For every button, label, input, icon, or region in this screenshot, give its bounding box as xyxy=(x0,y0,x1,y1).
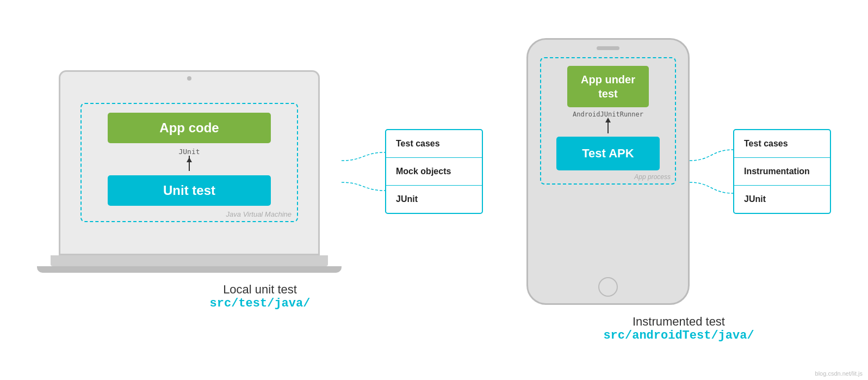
phone-outer-dashed: App undertest AndroidJUnitRunner Test AP… xyxy=(540,57,676,185)
right-info-box: Test cases Instrumentation JUnit xyxy=(733,129,831,214)
phone: App undertest AndroidJUnitRunner Test AP… xyxy=(526,38,690,305)
laptop-screen: App code JUnit Unit test xyxy=(59,70,320,255)
outer-dashed-box: App code JUnit Unit test xyxy=(80,103,298,222)
right-section: App undertest AndroidJUnitRunner Test AP… xyxy=(526,38,831,342)
info-row-junit-left: JUnit xyxy=(386,186,482,213)
left-caption: Local unit test src/test/java/ xyxy=(210,283,311,310)
left-info-box: Test cases Mock objects JUnit xyxy=(385,129,483,214)
junit-arrow: JUnit xyxy=(178,148,200,171)
info-row-test-cases-left: Test cases xyxy=(386,130,482,158)
phone-arrow xyxy=(607,121,609,133)
right-caption: Instrumented test src/androidTest/java/ xyxy=(603,315,754,342)
info-row-junit-right: JUnit xyxy=(734,186,830,213)
app-process-label: App process xyxy=(634,173,671,181)
unit-test-box: Unit test xyxy=(108,175,271,206)
runner-label: AndroidJUnitRunner xyxy=(573,111,643,118)
right-path: src/androidTest/java/ xyxy=(603,329,754,342)
laptop: App code JUnit Unit test xyxy=(37,70,342,273)
watermark: blog.csdn.net/lit.js xyxy=(815,370,863,377)
laptop-base xyxy=(51,255,328,266)
junit-label-left: JUnit xyxy=(178,148,200,156)
info-row-mock-objects: Mock objects xyxy=(386,158,482,186)
test-apk-box: Test APK xyxy=(556,137,660,170)
info-row-test-cases-right: Test cases xyxy=(734,130,830,158)
app-under-test-box: App undertest xyxy=(567,66,649,107)
left-section: App code JUnit Unit test xyxy=(37,70,483,310)
laptop-foot xyxy=(37,266,342,273)
left-connector-svg xyxy=(342,133,385,210)
right-connector-svg xyxy=(690,128,733,215)
left-title: Local unit test xyxy=(210,283,311,297)
left-path: src/test/java/ xyxy=(210,297,311,310)
right-title: Instrumented test xyxy=(603,315,754,329)
jvm-label: Java Virtual Machine xyxy=(226,210,292,218)
info-row-instrumentation: Instrumentation xyxy=(734,158,830,186)
app-code-box: App code xyxy=(108,113,271,143)
